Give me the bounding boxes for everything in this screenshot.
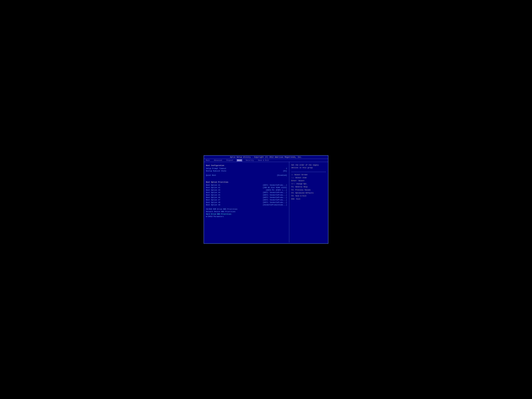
boot-option-6-label: Boot Option #6 xyxy=(206,196,220,198)
title-text: Aptio Setup Utility - Copyright (C) 2012… xyxy=(230,156,302,158)
boot-option-2: Boot Option #2 [IBA GE Slot 0208 v1222] xyxy=(206,187,287,189)
content-area: Boot Configuration Setup Prompt Timeout … xyxy=(204,162,328,242)
boot-option-7: Boot Option #7 [UEFI: VendorCoProdu...] xyxy=(206,199,287,201)
boot-option-7-label: Boot Option #7 xyxy=(206,199,220,201)
desc-5: Previous Values xyxy=(295,189,310,191)
boot-option-1-label: Boot Option #1 xyxy=(206,184,220,186)
desc-0: Select Screen xyxy=(294,174,307,176)
key-0: ↔: xyxy=(291,174,294,176)
boot-option-8-value[interactable]: [UEFI: VendorCoProdu...] xyxy=(263,202,287,203)
desc-3: Change Opt. xyxy=(296,183,308,185)
menu-bar: Main Advanced Chipset Boot Security Save… xyxy=(204,159,328,162)
title-bar: Aptio Setup Utility - Copyright (C) 2012… xyxy=(204,156,328,159)
cdvd-priorities-item[interactable]: CD/DVD ROM Drive BBS Priorities xyxy=(206,208,287,210)
menu-advanced[interactable]: Advanced xyxy=(213,159,223,161)
help-text: Set the order of the legacy devices in t… xyxy=(291,164,326,169)
boot-option-5: Boot Option #5 [UEFI: VendorCoProdu...] xyxy=(206,194,287,196)
key-hint-2: Enter: Select xyxy=(291,179,326,182)
key-8: ESC: xyxy=(291,198,296,200)
key-2: Enter: xyxy=(291,180,298,182)
key-hint-0: ↔: Select Screen xyxy=(291,173,326,176)
setup-prompt-value[interactable]: 1 xyxy=(286,168,287,170)
boot-option-8: Boot Option #8 [UEFI: VendorCoProdu...] xyxy=(206,202,287,203)
desc-7: Save & Exit xyxy=(295,195,306,197)
boot-option-4-value[interactable]: [UEFI: VendorCoProdu...] xyxy=(263,192,287,194)
desc-8: Exit xyxy=(296,198,300,200)
key-hint-7: F4: Save & Exit xyxy=(291,194,326,197)
boot-config-header: Boot Configuration xyxy=(206,165,287,166)
menu-boot[interactable]: Boot xyxy=(237,159,242,161)
csm-parameters-label: CSM16 Parameters xyxy=(208,215,224,218)
numlock-row: Bootup NumLock State [On] xyxy=(206,170,287,172)
boot-option-3: Boot Option #3 [SATA PS: ATAPI i...] xyxy=(206,189,287,191)
network-priorities-item[interactable]: Network Device BBS Priorities xyxy=(206,211,287,213)
desc-2: Select xyxy=(298,180,304,182)
key-hint-1: ↑↓: Select Item xyxy=(291,176,326,179)
boot-option-2-label: Boot Option #2 xyxy=(206,187,220,189)
boot-option-6: Boot Option #6 [UEFI: VendorCoProdu...] xyxy=(206,196,287,198)
quiet-boot-label: Quiet Boot xyxy=(206,174,216,176)
key-help-area: ↔: Select Screen ↑↓: Select Item Enter: … xyxy=(291,173,326,201)
setup-prompt-row: Setup Prompt Timeout 1 xyxy=(206,168,287,170)
boot-option-5-label: Boot Option #5 xyxy=(206,194,220,196)
csm-arrow-icon: ► xyxy=(206,215,207,218)
boot-option-9: Boot Option #9 [VendorCoProductCode...] xyxy=(206,204,287,206)
boot-option-4-label: Boot Option #4 xyxy=(206,192,220,194)
numlock-value[interactable]: [On] xyxy=(283,170,287,172)
key-3: +/-: xyxy=(291,183,296,185)
key-hint-8: ESC: Exit xyxy=(291,197,326,201)
quiet-boot-value[interactable]: [Disabled] xyxy=(277,174,287,176)
key-hint-3: +/-: Change Opt. xyxy=(291,182,326,185)
boot-option-3-value[interactable]: [SATA PS: ATAPI i...] xyxy=(266,189,287,191)
menu-security[interactable]: Security xyxy=(245,159,254,161)
menu-chipset[interactable]: Chipset xyxy=(226,159,234,161)
boot-option-1-value[interactable]: [UEFI: VendorCoProdu...] xyxy=(263,184,287,186)
key-hint-5: F2: Previous Values xyxy=(291,189,326,191)
menu-main[interactable]: Main xyxy=(205,159,210,161)
key-1: ↑↓: xyxy=(291,177,295,179)
key-hint-4: F1: General Help xyxy=(291,185,326,188)
quiet-boot-row: Quiet Boot [Disabled] xyxy=(206,174,287,176)
boot-option-2-value[interactable]: [IBA GE Slot 0208 v1222] xyxy=(263,187,287,189)
boot-option-9-label: Boot Option #9 xyxy=(206,204,220,206)
divider xyxy=(291,172,326,172)
boot-priorities-header: Boot Option Priorities xyxy=(206,181,287,183)
boot-option-5-value[interactable]: [UEFI: VendorCoProdu...] xyxy=(263,194,287,196)
key-5: F2: xyxy=(291,189,295,191)
key-6: F3: xyxy=(291,192,295,194)
boot-option-1: Boot Option #1 [UEFI: VendorCoProdu...] xyxy=(206,184,287,186)
key-4: F1: xyxy=(291,186,295,188)
numlock-label: Bootup NumLock State xyxy=(206,170,226,172)
boot-option-7-value[interactable]: [UEFI: VendorCoProdu...] xyxy=(263,199,287,201)
boot-option-4: Boot Option #4 [UEFI: VendorCoProdu...] xyxy=(206,192,287,194)
key-hint-6: F3: Optimized Defaults xyxy=(291,191,326,194)
key-7: F4: xyxy=(291,195,295,197)
boot-option-6-value[interactable]: [UEFI: VendorCoProdu...] xyxy=(263,196,287,198)
setup-prompt-label: Setup Prompt Timeout xyxy=(206,168,226,170)
hdd-priorities-item[interactable]: Hard Drive BBS Priorities xyxy=(206,213,287,215)
boot-option-3-label: Boot Option #3 xyxy=(206,189,220,191)
boot-option-9-value[interactable]: [VendorCoProductCode...] xyxy=(263,204,287,206)
left-panel: Boot Configuration Setup Prompt Timeout … xyxy=(204,162,289,242)
menu-save-exit[interactable]: Save & Exit xyxy=(257,159,270,161)
desc-6: Optimized Defaults xyxy=(295,192,314,194)
desc-4: General Help xyxy=(295,186,308,188)
bios-screen: Aptio Setup Utility - Copyright (C) 2012… xyxy=(204,155,328,244)
boot-option-8-label: Boot Option #8 xyxy=(206,202,220,203)
csm-parameters-item[interactable]: ► CSM16 Parameters xyxy=(206,215,287,218)
desc-1: Select Item xyxy=(295,177,306,179)
right-panel: Set the order of the legacy devices in t… xyxy=(289,162,328,242)
